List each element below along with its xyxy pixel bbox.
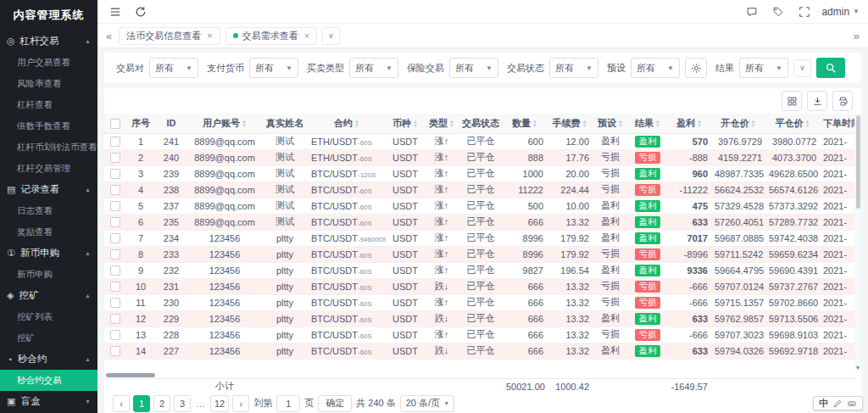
sidebar-item[interactable]: 杠杆币划转法币查看 xyxy=(0,137,97,158)
row-checkbox[interactable] xyxy=(110,153,120,163)
page-input[interactable] xyxy=(276,395,300,412)
table-row[interactable]: 13228123456plttyBTC/USDT-60SUSDT涨↑已平仓666… xyxy=(104,326,854,343)
page-number-button[interactable]: 3 xyxy=(174,395,191,412)
table-row[interactable]: 7234123456plttyBTC/USDT-946000SUSDT涨↑已平仓… xyxy=(104,230,854,246)
tag-icon[interactable] xyxy=(769,3,787,21)
sidebar-section[interactable]: ◎杠杆交易▲ xyxy=(0,31,97,52)
row-checkbox[interactable] xyxy=(110,298,120,308)
table-row[interactable]: 9232123456plttyBTC/USDT-60SUSDT涨↑已平仓9827… xyxy=(104,262,854,278)
tab-dropdown-icon[interactable]: ∨ xyxy=(322,27,340,45)
close-icon[interactable]: × xyxy=(304,31,309,41)
filter-select[interactable]: 所有▼ xyxy=(149,58,198,78)
close-icon[interactable]: × xyxy=(207,31,212,41)
confirm-button[interactable]: 确定 xyxy=(318,395,352,412)
refresh-icon[interactable] xyxy=(131,3,150,21)
search-button[interactable] xyxy=(816,58,845,78)
sidebar-section[interactable]: ◈挖矿▲ xyxy=(0,285,97,306)
sidebar-item[interactable]: 新币申购 xyxy=(0,264,97,285)
page-size-select[interactable]: 20 条/页▾ xyxy=(400,395,454,412)
sort-icon[interactable]: ▲▼ xyxy=(751,120,756,128)
sort-icon[interactable]: ▲▼ xyxy=(242,120,247,128)
table-row[interactable]: 42388899@qq.com测试BTC/USDT-60SUSDT涨↑已平仓11… xyxy=(104,181,854,198)
row-checkbox[interactable] xyxy=(110,249,120,260)
prev-page-button[interactable]: ‹ xyxy=(113,395,130,412)
row-checkbox[interactable] xyxy=(110,137,120,147)
hscroll-thumb[interactable] xyxy=(106,373,155,377)
page-tab[interactable]: 交易需求查看× xyxy=(225,27,317,45)
sidebar-item[interactable]: 挖矿列表 xyxy=(0,306,97,327)
row-checkbox[interactable] xyxy=(110,265,120,276)
tabs-scroll-left-icon[interactable]: « xyxy=(104,30,114,42)
sidebar-item[interactable]: 倍数手数查看 xyxy=(0,115,97,137)
row-checkbox[interactable] xyxy=(110,233,120,243)
table-row[interactable]: 8233123456plttyBTC/USDT-60SUSDT涨↑已平仓8996… xyxy=(104,246,854,262)
filter-select[interactable]: 所有▼ xyxy=(549,58,598,78)
row-checkbox[interactable] xyxy=(110,346,120,356)
page-number-button[interactable]: 12 xyxy=(210,395,229,412)
vscroll-thumb[interactable] xyxy=(856,115,860,209)
sort-icon[interactable]: ▲▼ xyxy=(501,120,503,128)
columns-grid-icon[interactable] xyxy=(782,91,802,111)
sort-icon[interactable]: ▲▼ xyxy=(697,120,702,128)
ime-widget[interactable]: 中 xyxy=(813,396,863,410)
tabs-scroll-right-icon[interactable]: » xyxy=(852,30,861,42)
table-row[interactable]: 22408899@qq.com测试ETH/USDT-60SUSDT涨↑已平仓88… xyxy=(104,149,854,165)
row-checkbox[interactable] xyxy=(110,330,120,340)
table-row[interactable]: 14227123456plttyBTC/USDT-60SUSDT跌↓已平仓666… xyxy=(104,343,854,359)
sidebar-item[interactable]: 奖励查看 xyxy=(0,221,97,243)
row-checkbox[interactable] xyxy=(110,314,120,324)
sort-icon[interactable]: ▲▼ xyxy=(618,120,623,128)
settings-gear-button[interactable] xyxy=(685,58,707,78)
sidebar-item[interactable]: 杠杆交易管理 xyxy=(0,158,97,179)
sidebar-item[interactable]: 风险率查看 xyxy=(0,73,97,94)
page-tab[interactable]: 法币交易信息查看× xyxy=(119,27,220,45)
sidebar-collapse-icon[interactable] xyxy=(106,3,125,21)
filter-select[interactable]: 所有▼ xyxy=(631,58,680,78)
sidebar-item[interactable]: 挖矿 xyxy=(0,327,97,349)
ime-language-label[interactable]: 中 xyxy=(819,397,828,410)
sidebar-item[interactable]: 秒合约交易 xyxy=(0,370,97,391)
sort-icon[interactable]: ▲▼ xyxy=(354,120,359,128)
sort-icon[interactable]: ▲▼ xyxy=(655,120,660,128)
horizontal-scrollbar[interactable] xyxy=(104,371,861,378)
fullscreen-icon[interactable] xyxy=(795,3,814,21)
filter-collapse-icon[interactable]: ∨ xyxy=(793,59,811,77)
row-checkbox[interactable] xyxy=(110,282,120,292)
filter-select[interactable]: 所有▼ xyxy=(349,58,398,78)
sidebar-section[interactable]: ①新币申购▲ xyxy=(0,243,97,264)
table-row[interactable]: 12418899@qq.com测试ETH/USDT-60SUSDT涨↑已平仓60… xyxy=(104,133,854,149)
sort-icon[interactable]: ▲▼ xyxy=(449,120,454,128)
vertical-scrollbar[interactable]: ▼ xyxy=(854,114,861,371)
table-row[interactable]: 52378899@qq.com测试BTC/USDT-60SUSDT涨↑已平仓50… xyxy=(104,198,854,214)
page-number-button[interactable]: 1 xyxy=(133,395,150,412)
row-checkbox[interactable] xyxy=(110,185,120,195)
table-row[interactable]: 10231123456plttyBTC/USDT-60SUSDT跌↓已平仓666… xyxy=(104,278,854,294)
keyboard-icon[interactable] xyxy=(847,399,857,408)
message-icon[interactable] xyxy=(743,3,761,21)
filter-select[interactable]: 所有▼ xyxy=(449,58,498,78)
sidebar-section[interactable]: ▤记录查看▲ xyxy=(0,179,97,200)
sort-icon[interactable]: ▲▼ xyxy=(582,120,587,128)
next-page-button[interactable]: › xyxy=(232,395,249,412)
filter-select[interactable]: 所有▼ xyxy=(249,58,298,78)
filter-select[interactable]: 所有▼ xyxy=(739,58,788,78)
table-row[interactable]: 12229123456plttyBTC/USDT-60SUSDT跌↓已平仓666… xyxy=(104,310,854,326)
page-number-button[interactable]: 2 xyxy=(153,395,170,412)
print-icon[interactable] xyxy=(832,91,853,111)
sort-icon[interactable]: ▲▼ xyxy=(532,120,537,128)
user-menu[interactable]: admin ▼ xyxy=(821,6,860,18)
select-all-checkbox[interactable] xyxy=(110,119,120,129)
sidebar-section[interactable]: ▣盲盒▼ xyxy=(0,391,97,412)
sidebar-section[interactable]: ◔秒合约▲ xyxy=(0,349,97,370)
row-checkbox[interactable] xyxy=(110,217,120,227)
pen-icon[interactable] xyxy=(833,399,842,408)
download-icon[interactable] xyxy=(807,91,827,111)
sidebar-item[interactable]: 杠杆查看 xyxy=(0,94,97,115)
row-checkbox[interactable] xyxy=(110,169,120,179)
table-row[interactable]: 11230123456plttyBTC/USDT-60SUSDT涨↑已平仓666… xyxy=(104,294,854,310)
sidebar-item[interactable]: 用户交易查看 xyxy=(0,52,97,73)
sidebar-item[interactable]: 日志查看 xyxy=(0,200,97,221)
row-checkbox[interactable] xyxy=(110,201,120,211)
table-row[interactable]: 62358899@qq.com测试BTC/USDT-60SUSDT涨↑已平仓66… xyxy=(104,214,854,230)
scroll-down-arrow-icon[interactable]: ▼ xyxy=(855,365,861,371)
